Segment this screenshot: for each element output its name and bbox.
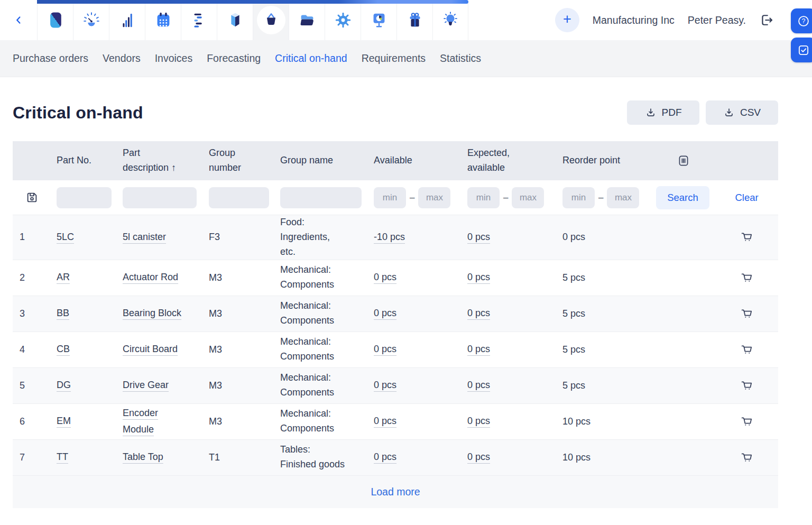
expected-available-link[interactable]: 0 pcs <box>467 452 490 462</box>
app-toolbar: + Manufacturing Inc Peter Peasy. <box>0 0 812 40</box>
app-switcher <box>37 0 468 40</box>
help-button[interactable]: ? <box>791 8 812 33</box>
back-button[interactable] <box>0 0 37 40</box>
part-no-link[interactable]: 5LC <box>57 232 74 242</box>
columns-icon <box>677 154 690 168</box>
part-no-link[interactable]: CB <box>57 344 70 354</box>
part-description-link[interactable]: Circuit Board <box>123 344 178 354</box>
expected-available-link[interactable]: 0 pcs <box>467 416 490 426</box>
part-no-link[interactable]: AR <box>57 272 70 282</box>
tab-requirements[interactable]: Requirements <box>362 52 426 65</box>
tab-forecasting[interactable]: Forecasting <box>207 52 261 65</box>
tab-invoices[interactable]: Invoices <box>155 52 193 65</box>
app-tile-calendar[interactable] <box>145 0 181 40</box>
app-tile-ideas[interactable] <box>432 0 468 40</box>
part-no-link[interactable]: EM <box>57 416 71 426</box>
calendar-icon <box>153 10 173 30</box>
reorder-point-cell: 5 pcs <box>562 272 656 283</box>
add-to-cart-button[interactable] <box>739 378 754 393</box>
expected-available-link[interactable]: 0 pcs <box>467 380 490 390</box>
expected-available-link[interactable]: 0 pcs <box>467 272 490 282</box>
column-header-expected-available[interactable]: Expected, available <box>467 148 510 173</box>
download-icon <box>723 107 735 118</box>
load-more-button[interactable]: Load more <box>371 486 420 498</box>
group-number-cell: T1 <box>209 452 280 463</box>
download-csv-button[interactable]: CSV <box>706 100 778 125</box>
part-description-link[interactable]: Bearing Block <box>123 308 181 318</box>
filter-part-description-input[interactable] <box>123 187 197 208</box>
available-link[interactable]: 0 pcs <box>374 452 396 462</box>
filter-expected-max-input[interactable] <box>512 187 544 208</box>
add-to-cart-button[interactable] <box>739 306 754 321</box>
tab-critical-on-hand[interactable]: Critical on-hand <box>275 52 347 65</box>
filter-expected-min-input[interactable] <box>467 187 500 208</box>
part-description-link[interactable]: Actuator Rod <box>123 272 178 282</box>
filter-group-number-input[interactable] <box>209 187 269 208</box>
group-name-cell: Tables: Finished goods <box>280 443 374 472</box>
column-header-group-number[interactable]: Group number <box>209 148 241 173</box>
add-to-cart-button[interactable] <box>739 229 754 245</box>
column-header-part-no[interactable]: Part No. <box>57 155 91 165</box>
available-link[interactable]: 0 pcs <box>374 416 396 426</box>
app-tile-materials[interactable] <box>217 0 253 40</box>
user-name[interactable]: Peter Peasy. <box>688 14 746 26</box>
cart-icon <box>740 379 753 392</box>
expected-available-link[interactable]: 0 pcs <box>467 344 490 354</box>
add-to-cart-button[interactable] <box>739 270 754 285</box>
add-to-cart-button[interactable] <box>739 450 754 465</box>
filter-reorder-max-input[interactable] <box>607 187 639 208</box>
add-button[interactable]: + <box>555 8 579 32</box>
part-description-link[interactable]: Encoder Module <box>123 408 158 435</box>
part-no-link[interactable]: BB <box>57 308 69 318</box>
search-button[interactable]: Search <box>656 186 709 209</box>
critical-on-hand-table: Part No. Part description ↑ Group number… <box>13 141 778 508</box>
tab-vendors[interactable]: Vendors <box>103 52 141 65</box>
part-no-link[interactable]: TT <box>57 452 68 462</box>
available-link[interactable]: 0 pcs <box>374 380 396 390</box>
download-pdf-button[interactable]: PDF <box>627 100 699 125</box>
filter-part-no-input[interactable] <box>57 187 112 208</box>
cart-icon <box>740 451 753 464</box>
cart-icon <box>740 271 753 284</box>
app-tile-tasks[interactable] <box>181 0 217 40</box>
part-description-link[interactable]: Drive Gear <box>123 380 169 390</box>
save-filter-button[interactable] <box>25 190 51 205</box>
available-link[interactable]: -10 pcs <box>374 232 405 242</box>
app-tile-analytics[interactable] <box>109 0 145 40</box>
available-link[interactable]: 0 pcs <box>374 308 396 318</box>
filter-available-min-input[interactable] <box>374 187 406 208</box>
tasks-button[interactable] <box>791 38 812 62</box>
app-tile-documents[interactable] <box>289 0 325 40</box>
presentation-board-icon <box>369 10 389 30</box>
filter-reorder-min-input[interactable] <box>562 187 595 208</box>
available-link[interactable]: 0 pcs <box>374 344 396 354</box>
column-header-group-name[interactable]: Group name <box>280 155 333 165</box>
organization-name[interactable]: Manufacturing Inc <box>593 14 675 26</box>
group-number-cell: M3 <box>209 416 280 427</box>
app-tile-settings[interactable] <box>325 0 361 40</box>
available-link[interactable]: 0 pcs <box>374 272 396 282</box>
filter-group-name-input[interactable] <box>280 187 362 208</box>
range-dash: – <box>410 192 414 202</box>
part-description-link[interactable]: Table Top <box>123 452 163 462</box>
tab-statistics[interactable]: Statistics <box>440 52 481 65</box>
clear-button[interactable]: Clear <box>735 192 758 204</box>
part-description-link[interactable]: 5l canister <box>123 232 166 242</box>
app-tile-rewards[interactable] <box>396 0 432 40</box>
tab-purchase-orders[interactable]: Purchase orders <box>13 52 88 65</box>
column-header-available[interactable]: Available <box>374 155 412 165</box>
add-to-cart-button[interactable] <box>739 342 754 357</box>
part-no-link[interactable]: DG <box>57 380 71 390</box>
app-tile-dashboard[interactable] <box>73 0 109 40</box>
column-settings-button[interactable] <box>677 154 778 168</box>
filter-available-max-input[interactable] <box>418 187 450 208</box>
app-tile-procurement[interactable] <box>253 0 289 40</box>
column-header-part-description[interactable]: Part description ↑ <box>123 148 176 173</box>
logout-button[interactable] <box>759 13 774 27</box>
app-tile-presentation[interactable] <box>361 0 396 40</box>
column-header-reorder-point[interactable]: Reorder point <box>562 155 620 165</box>
expected-available-link[interactable]: 0 pcs <box>467 232 490 242</box>
expected-available-link[interactable]: 0 pcs <box>467 308 490 318</box>
app-tile-logo[interactable] <box>37 0 73 40</box>
add-to-cart-button[interactable] <box>739 414 754 429</box>
